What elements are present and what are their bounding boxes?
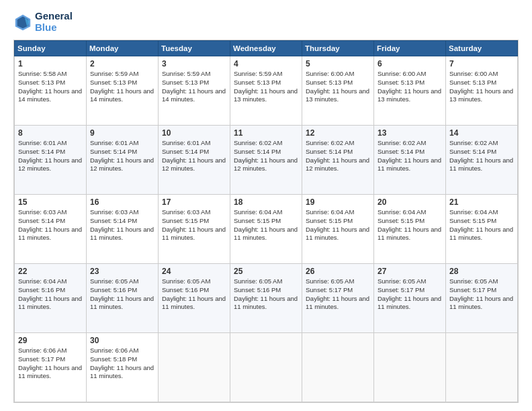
calendar-cell — [446, 333, 518, 402]
calendar-cell: 3 Sunrise: 5:59 AM Sunset: 5:13 PM Dayli… — [159, 56, 230, 126]
day-number: 5 — [306, 59, 370, 68]
daylight: Daylight: 11 hours and 11 minutes. — [449, 156, 513, 173]
daylight: Daylight: 11 hours and 12 minutes. — [234, 156, 298, 173]
weekday-header: Friday — [374, 41, 446, 56]
daylight: Daylight: 11 hours and 14 minutes. — [18, 87, 82, 103]
day-info: Sunrise: 6:03 AM Sunset: 5:14 PM Dayligh… — [18, 208, 83, 242]
day-info: Sunrise: 6:00 AM Sunset: 5:13 PM Dayligh… — [449, 70, 514, 104]
sunrise: Sunrise: 6:04 AM — [306, 208, 354, 216]
daylight: Daylight: 11 hours and 11 minutes. — [234, 226, 298, 242]
day-info: Sunrise: 6:02 AM Sunset: 5:14 PM Dayligh… — [378, 139, 442, 173]
sunrise: Sunrise: 6:04 AM — [18, 277, 66, 285]
calendar-cell: 20 Sunrise: 6:04 AM Sunset: 5:15 PM Dayl… — [374, 195, 446, 264]
day-info: Sunrise: 6:00 AM Sunset: 5:13 PM Dayligh… — [306, 70, 370, 104]
calendar-cell: 7 Sunrise: 6:00 AM Sunset: 5:13 PM Dayli… — [446, 56, 518, 126]
sunrise: Sunrise: 6:05 AM — [234, 277, 282, 285]
sunrise: Sunrise: 6:03 AM — [162, 208, 210, 216]
daylight: Daylight: 11 hours and 11 minutes. — [234, 295, 298, 311]
daylight: Daylight: 11 hours and 11 minutes. — [90, 364, 154, 380]
sunrise: Sunrise: 6:02 AM — [449, 139, 498, 146]
day-info: Sunrise: 6:05 AM Sunset: 5:17 PM Dayligh… — [378, 277, 442, 312]
daylight: Daylight: 11 hours and 11 minutes. — [306, 226, 369, 242]
daylight: Daylight: 11 hours and 11 minutes. — [90, 295, 154, 311]
sunrise: Sunrise: 6:04 AM — [234, 208, 282, 216]
calendar-header: SundayMondayTuesdayWednesdayThursdayFrid… — [15, 41, 518, 56]
day-info: Sunrise: 6:01 AM Sunset: 5:14 PM Dayligh… — [162, 139, 226, 173]
calendar-cell: 29 Sunrise: 6:06 AM Sunset: 5:17 PM Dayl… — [15, 333, 87, 402]
day-info: Sunrise: 6:05 AM Sunset: 5:16 PM Dayligh… — [162, 277, 226, 312]
calendar-cell: 4 Sunrise: 5:59 AM Sunset: 5:13 PM Dayli… — [230, 56, 302, 126]
daylight: Daylight: 11 hours and 12 minutes. — [18, 156, 82, 173]
calendar-cell — [302, 333, 374, 402]
weekday-header: Tuesday — [159, 41, 230, 56]
daylight: Daylight: 11 hours and 13 minutes. — [449, 87, 513, 103]
sunrise: Sunrise: 5:59 AM — [162, 70, 210, 77]
calendar-cell: 2 Sunrise: 5:59 AM Sunset: 5:13 PM Dayli… — [87, 56, 159, 126]
daylight: Daylight: 11 hours and 11 minutes. — [449, 226, 513, 242]
day-info: Sunrise: 6:04 AM Sunset: 5:15 PM Dayligh… — [378, 208, 442, 242]
day-info: Sunrise: 5:59 AM Sunset: 5:13 PM Dayligh… — [90, 70, 154, 104]
header: General Blue — [13, 11, 519, 33]
calendar-cell: 24 Sunrise: 6:05 AM Sunset: 5:16 PM Dayl… — [159, 264, 230, 333]
day-info: Sunrise: 5:58 AM Sunset: 5:13 PM Dayligh… — [18, 70, 83, 104]
day-number: 2 — [90, 59, 154, 68]
day-number: 21 — [449, 197, 514, 207]
calendar-cell — [230, 333, 302, 402]
calendar-cell: 21 Sunrise: 6:04 AM Sunset: 5:15 PM Dayl… — [446, 195, 518, 264]
day-number: 8 — [18, 128, 83, 138]
weekday-header: Saturday — [446, 41, 518, 56]
day-info: Sunrise: 6:05 AM Sunset: 5:16 PM Dayligh… — [90, 277, 154, 312]
calendar-cell: 26 Sunrise: 6:05 AM Sunset: 5:17 PM Dayl… — [302, 264, 374, 333]
sunrise: Sunrise: 6:06 AM — [18, 347, 66, 354]
day-info: Sunrise: 6:04 AM Sunset: 5:15 PM Dayligh… — [449, 208, 514, 242]
sunrise: Sunrise: 6:04 AM — [378, 208, 426, 216]
sunrise: Sunrise: 6:04 AM — [449, 208, 498, 216]
sunset: Sunset: 5:16 PM — [234, 286, 281, 293]
sunset: Sunset: 5:18 PM — [90, 355, 137, 363]
sunrise: Sunrise: 6:05 AM — [306, 277, 354, 285]
sunset: Sunset: 5:14 PM — [90, 217, 137, 224]
calendar-cell: 19 Sunrise: 6:04 AM Sunset: 5:15 PM Dayl… — [302, 195, 374, 264]
day-info: Sunrise: 5:59 AM Sunset: 5:13 PM Dayligh… — [234, 70, 298, 104]
calendar-cell: 13 Sunrise: 6:02 AM Sunset: 5:14 PM Dayl… — [374, 126, 446, 195]
daylight: Daylight: 11 hours and 11 minutes. — [449, 295, 513, 311]
day-number: 10 — [162, 128, 226, 138]
day-info: Sunrise: 6:01 AM Sunset: 5:14 PM Dayligh… — [90, 139, 154, 173]
calendar-cell: 18 Sunrise: 6:04 AM Sunset: 5:15 PM Dayl… — [230, 195, 302, 264]
sunrise: Sunrise: 6:01 AM — [18, 139, 66, 146]
calendar-cell: 10 Sunrise: 6:01 AM Sunset: 5:14 PM Dayl… — [159, 126, 230, 195]
day-number: 16 — [90, 197, 154, 207]
day-number: 22 — [18, 267, 83, 276]
calendar-cell: 9 Sunrise: 6:01 AM Sunset: 5:14 PM Dayli… — [87, 126, 159, 195]
daylight: Daylight: 11 hours and 11 minutes. — [162, 226, 226, 242]
day-number: 9 — [90, 128, 154, 138]
week-row: 22 Sunrise: 6:04 AM Sunset: 5:16 PM Dayl… — [15, 264, 518, 333]
sunset: Sunset: 5:13 PM — [18, 79, 65, 86]
daylight: Daylight: 11 hours and 11 minutes. — [90, 226, 154, 242]
day-number: 20 — [378, 197, 442, 207]
sunset: Sunset: 5:14 PM — [18, 217, 65, 224]
sunrise: Sunrise: 6:05 AM — [162, 277, 210, 285]
day-info: Sunrise: 6:06 AM Sunset: 5:18 PM Dayligh… — [90, 347, 154, 381]
sunset: Sunset: 5:17 PM — [449, 286, 496, 293]
daylight: Daylight: 11 hours and 11 minutes. — [378, 156, 441, 173]
sunrise: Sunrise: 6:05 AM — [449, 277, 498, 285]
calendar-cell: 14 Sunrise: 6:02 AM Sunset: 5:14 PM Dayl… — [446, 126, 518, 195]
daylight: Daylight: 11 hours and 11 minutes. — [18, 295, 82, 311]
calendar-cell: 15 Sunrise: 6:03 AM Sunset: 5:14 PM Dayl… — [15, 195, 87, 264]
sunset: Sunset: 5:13 PM — [234, 79, 281, 86]
calendar-body: 1 Sunrise: 5:58 AM Sunset: 5:13 PM Dayli… — [15, 56, 518, 402]
daylight: Daylight: 11 hours and 11 minutes. — [18, 364, 82, 380]
sunset: Sunset: 5:16 PM — [18, 286, 65, 293]
daylight: Daylight: 11 hours and 11 minutes. — [306, 295, 369, 311]
daylight: Daylight: 11 hours and 11 minutes. — [378, 295, 441, 311]
sunrise: Sunrise: 6:00 AM — [449, 70, 498, 77]
day-info: Sunrise: 6:01 AM Sunset: 5:14 PM Dayligh… — [18, 139, 83, 173]
day-number: 18 — [234, 197, 298, 207]
logo-icon — [13, 13, 32, 32]
calendar-cell: 1 Sunrise: 5:58 AM Sunset: 5:13 PM Dayli… — [15, 56, 87, 126]
day-number: 13 — [378, 128, 442, 138]
calendar: SundayMondayTuesdayWednesdayThursdayFrid… — [13, 40, 519, 403]
daylight: Daylight: 11 hours and 12 minutes. — [306, 156, 369, 173]
sunrise: Sunrise: 6:03 AM — [18, 208, 66, 216]
